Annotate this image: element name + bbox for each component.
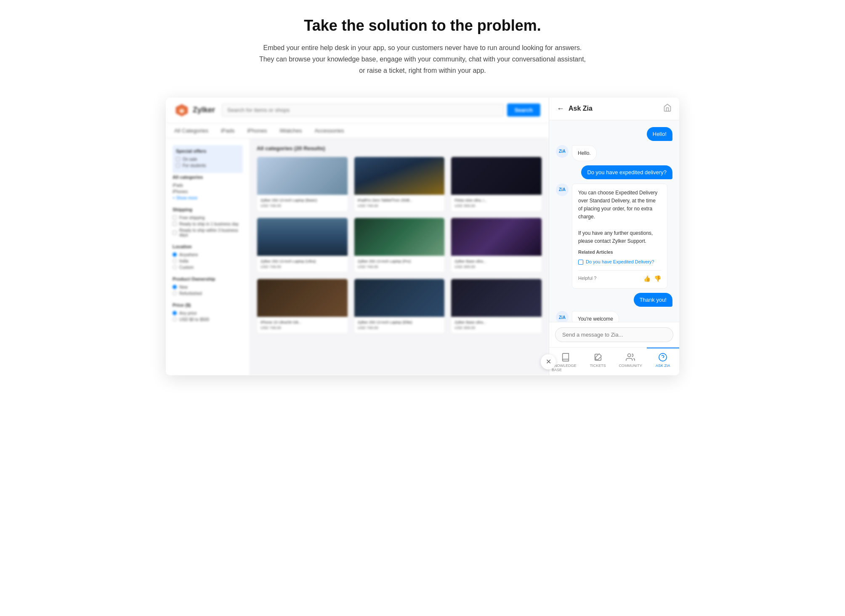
nav-iwatches[interactable]: iWatches: [279, 127, 302, 134]
sidebar-on-sale[interactable]: On sale: [176, 157, 239, 162]
sidebar-india[interactable]: India: [173, 259, 243, 263]
msg-user-hello: Hello!: [647, 127, 672, 141]
sidebar-for-students[interactable]: For students: [176, 163, 239, 168]
nav-tickets-label: TICKETS: [590, 364, 606, 368]
product-card-5[interactable]: Zylker 250 13-inch Laptop (Pro) USD 749.…: [354, 218, 445, 273]
product-name-7: iPhone 15 Ultra/30 GB...: [260, 320, 344, 324]
related-article-text: Do you have Expedited Delivery?: [586, 258, 654, 266]
product-info-5: Zylker 250 13-inch Laptop (Pro) USD 749.…: [354, 256, 445, 272]
product-card-1[interactable]: Zylker 250 13-inch Laptop (Basic) USD 74…: [257, 157, 348, 212]
product-card-7[interactable]: iPhone 15 Ultra/30 GB... USD 749.00: [257, 279, 348, 334]
zia-avatar-2: ZiA: [556, 183, 569, 196]
ask-zia-icon: [658, 353, 667, 362]
product-image-6: [451, 218, 542, 256]
nav-tickets[interactable]: TICKETS: [582, 348, 614, 375]
nav-iphones[interactable]: iPhones: [247, 127, 267, 134]
product-image-9: [451, 279, 542, 317]
nav-ipads[interactable]: iPads: [221, 127, 235, 134]
chat-bottom-nav: KNOWLEDGE BASE TICKETS: [549, 347, 679, 375]
product-info-1: Zylker 250 13-inch Laptop (Basic) USD 74…: [257, 195, 348, 211]
sidebar-new[interactable]: New: [173, 285, 243, 289]
related-article-link[interactable]: Do you have Expedited Delivery?: [578, 258, 661, 266]
product-card-9[interactable]: Zylker Base ultra... USD 309.00: [451, 279, 542, 334]
product-price-3: USD 309.00: [454, 204, 538, 208]
product-price-6: USD 309.00: [454, 265, 538, 269]
nav-ask-zia-label: ASK ZIA: [656, 364, 670, 368]
product-price-5: USD 749.00: [358, 265, 441, 269]
product-image-3: [451, 157, 542, 195]
store-sidebar: Special offers On sale For students All …: [166, 138, 250, 375]
sidebar-ship-1day[interactable]: Ready to ship in 1 business day: [173, 222, 243, 226]
chat-header: ← Ask Zia: [549, 98, 679, 120]
sidebar-iphones[interactable]: iPhones: [173, 189, 243, 194]
related-articles-title: Related Articles: [578, 249, 661, 256]
chat-home-button[interactable]: [663, 104, 672, 114]
chat-panel: ← Ask Zia Hello! ZiA Hello.: [549, 98, 679, 375]
product-info-4: Zylker 250 13-inch Laptop (Ultra) USD 74…: [257, 256, 348, 272]
product-image-2: [354, 157, 445, 195]
product-card-3[interactable]: Fitsta view ultra, i... USD 309.00: [451, 157, 542, 212]
store-body: Special offers On sale For students All …: [166, 138, 549, 375]
product-grid: Zylker 250 13-inch Laptop (Basic) USD 74…: [257, 157, 542, 334]
zia-avatar-3: ZiA: [556, 311, 569, 321]
chat-input-area: [549, 322, 679, 347]
sidebar-ipads[interactable]: iPads: [173, 183, 243, 188]
svg-point-4: [659, 353, 667, 361]
community-icon: [626, 353, 635, 362]
product-card-8[interactable]: Zylker 250 13-inch Laptop (Elite) USD 74…: [354, 279, 445, 334]
chat-header-left: ← Ask Zia: [557, 104, 593, 113]
product-card-6[interactable]: Zylker Base ultra... USD 309.00: [451, 218, 542, 273]
chat-title: Ask Zia: [569, 105, 593, 112]
nav-accessories[interactable]: Accessories: [314, 127, 344, 134]
nav-community[interactable]: COMMUNITY: [614, 348, 647, 375]
nav-all-categories[interactable]: All Categories: [174, 127, 208, 134]
chat-input[interactable]: [555, 327, 673, 342]
svg-point-3: [628, 353, 631, 356]
msg-bot-welcome: You're welcome: [572, 311, 619, 321]
sidebar-refurbished[interactable]: Refurbished: [173, 291, 243, 296]
msg-bot-hello: Hello.: [572, 145, 597, 161]
thumbs-down-icon[interactable]: 👎: [654, 274, 661, 283]
sidebar-title-price: Price ($): [173, 303, 243, 308]
sidebar-price: Price ($) Any price USD $0 to $500: [173, 303, 243, 322]
document-icon: [578, 260, 583, 265]
product-name-8: Zylker 250 13-inch Laptop (Elite): [358, 320, 441, 324]
product-price-1: USD 749.00: [260, 204, 344, 208]
store-search-button[interactable]: Search: [507, 104, 540, 117]
sidebar-custom[interactable]: Custom: [173, 265, 243, 270]
store-search-input[interactable]: [222, 104, 504, 117]
msg-user-thankyou: Thank you!: [634, 293, 672, 307]
hero-subtext: Embed your entire help desk in your app,…: [258, 42, 587, 77]
chat-back-button[interactable]: ←: [557, 104, 564, 113]
product-name-6: Zylker Base ultra...: [454, 259, 538, 263]
sidebar-title-ownership: Product Ownership: [173, 276, 243, 281]
sidebar-free-shipping[interactable]: Free shipping: [173, 215, 243, 220]
product-price-8: USD 749.00: [358, 326, 441, 330]
sidebar-any-price[interactable]: Any price: [173, 311, 243, 316]
thumbs-up-icon[interactable]: 👍: [643, 274, 651, 283]
product-price-2: USD 749.00: [358, 204, 441, 208]
sidebar-shipping: Shipping Free shipping Ready to ship in …: [173, 207, 243, 237]
results-title: All categories (20 Results): [257, 145, 542, 151]
nav-ask-zia[interactable]: ASK ZIA: [647, 348, 679, 375]
store-header: Zylker Search: [166, 98, 549, 123]
product-info-2: iPadPro Zero Tablet/Tron 250B... USD 749…: [354, 195, 445, 211]
sidebar-price-range[interactable]: USD $0 to $500: [173, 317, 243, 322]
msg-user-delivery: Do you have expedited delivery?: [581, 165, 672, 179]
product-name-3: Fitsta view ultra, i...: [454, 198, 538, 202]
product-name-1: Zylker 250 13-inch Laptop (Basic): [260, 198, 344, 202]
store-main: All categories (20 Results) Zylker 250 1…: [250, 138, 549, 375]
nav-knowledge-label: KNOWLEDGE BASE: [552, 364, 579, 372]
knowledge-base-icon: [561, 353, 570, 362]
helpful-icons: 👍 👎: [643, 274, 661, 283]
product-card-4[interactable]: Zylker 250 13-inch Laptop (Ultra) USD 74…: [257, 218, 348, 273]
product-price-7: USD 749.00: [260, 326, 344, 330]
sidebar-ship-3days[interactable]: Ready to ship within 3 business days: [173, 228, 243, 237]
msg-bot-welcome-row: ZiA You're welcome: [556, 311, 672, 321]
hero-heading: Take the solution to the problem.: [166, 17, 679, 35]
close-chat-button[interactable]: ✕: [541, 354, 556, 369]
sidebar-show-more[interactable]: + Show more: [173, 196, 243, 200]
product-card-2[interactable]: iPadPro Zero Tablet/Tron 250B... USD 749…: [354, 157, 445, 212]
sidebar-anywhere[interactable]: Anywhere: [173, 252, 243, 257]
product-info-3: Fitsta view ultra, i... USD 309.00: [451, 195, 542, 211]
